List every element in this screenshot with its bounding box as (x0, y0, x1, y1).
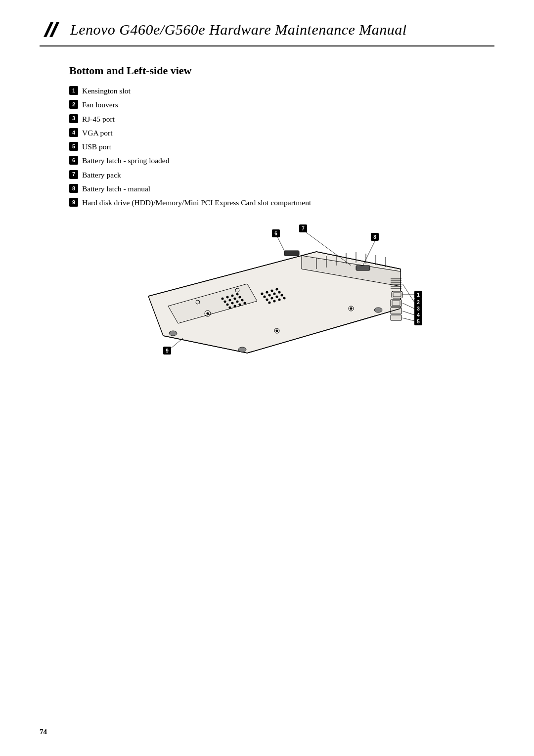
item-9-text: Hard disk drive (HDD)/Memory/Mini PCI Ex… (82, 197, 311, 208)
svg-point-33 (278, 291, 280, 293)
svg-text:4: 4 (417, 312, 420, 318)
svg-point-20 (236, 301, 238, 303)
badge-7: 7 (69, 170, 78, 179)
item-3-text: RJ-45 port (82, 113, 115, 125)
svg-point-31 (268, 294, 270, 296)
item-5-text: USB port (82, 141, 111, 152)
svg-point-12 (231, 295, 233, 297)
badge-6: 6 (69, 156, 78, 165)
svg-text:5: 5 (417, 319, 420, 324)
svg-point-37 (281, 294, 283, 296)
svg-point-16 (234, 298, 236, 300)
svg-point-29 (276, 288, 278, 290)
svg-point-38 (268, 302, 270, 304)
svg-point-18 (226, 304, 228, 306)
svg-point-21 (241, 299, 243, 301)
item-7-text: Battery pack (82, 169, 121, 180)
svg-point-25 (244, 302, 246, 304)
svg-line-83 (402, 311, 414, 315)
item-1-text: Kensington slot (82, 85, 131, 96)
lenovo-logo-icon (40, 20, 63, 40)
badge-8: 8 (69, 184, 78, 193)
item-4-text: VGA port (82, 127, 113, 138)
svg-text:2: 2 (417, 300, 420, 305)
svg-rect-61 (356, 266, 370, 270)
svg-point-32 (273, 293, 275, 295)
list-item: 1 Kensington slot (69, 85, 494, 96)
svg-text:3: 3 (417, 306, 420, 311)
svg-line-77 (402, 284, 414, 302)
svg-point-64 (238, 347, 246, 352)
svg-point-24 (239, 304, 241, 306)
list-item: 9 Hard disk drive (HDD)/Memory/Mini PCI … (69, 197, 494, 208)
svg-line-86 (402, 318, 414, 321)
svg-point-40 (278, 299, 280, 301)
badge-2: 2 (69, 100, 78, 109)
item-8-text: Battery latch - manual (82, 183, 150, 194)
svg-text:1: 1 (417, 292, 420, 298)
svg-point-11 (226, 296, 228, 298)
item-6-text: Battery latch - spring loaded (82, 155, 169, 166)
list-item: 3 RJ-45 port (69, 113, 494, 125)
svg-line-65 (277, 236, 284, 251)
svg-point-27 (266, 291, 268, 293)
list-item: 2 Fan louvers (69, 99, 494, 110)
page-number: 74 (40, 728, 47, 736)
svg-point-62 (169, 331, 177, 336)
svg-point-19 (231, 302, 233, 304)
svg-point-17 (239, 296, 241, 298)
badge-1: 1 (69, 86, 78, 95)
svg-point-43 (207, 312, 209, 314)
list-item: 4 VGA port (69, 127, 494, 138)
svg-text:7: 7 (302, 226, 305, 231)
badge-3: 3 (69, 114, 78, 123)
svg-point-23 (234, 305, 236, 307)
svg-point-14 (224, 301, 226, 303)
page-header: Lenovo G460e/G560e Hardware Maintenance … (40, 20, 494, 46)
svg-point-28 (271, 290, 273, 292)
svg-point-15 (229, 299, 231, 301)
svg-text:6: 6 (274, 231, 277, 236)
svg-point-22 (229, 307, 231, 309)
badge-5: 5 (69, 142, 78, 151)
svg-point-63 (374, 308, 382, 312)
svg-rect-59 (391, 315, 401, 320)
svg-point-39 (273, 300, 275, 302)
list-item: 7 Battery pack (69, 169, 494, 180)
svg-point-10 (222, 298, 223, 300)
svg-point-45 (276, 330, 278, 332)
svg-rect-60 (284, 251, 299, 256)
list-item: 8 Battery latch - manual (69, 183, 494, 194)
section-title: Bottom and Left-side view (69, 64, 494, 77)
svg-point-26 (261, 293, 263, 295)
badge-4: 4 (69, 128, 78, 137)
svg-point-34 (266, 299, 268, 301)
component-list: 1 Kensington slot 2 Fan louvers 3 RJ-45 … (69, 85, 494, 208)
svg-text:9: 9 (166, 348, 169, 354)
list-item: 6 Battery latch - spring loaded (69, 155, 494, 166)
item-2-text: Fan louvers (82, 99, 118, 110)
laptop-diagram: 6 7 8 1 2 3 4 5 9 (109, 222, 425, 365)
svg-point-36 (276, 296, 278, 298)
svg-point-47 (350, 308, 352, 310)
svg-line-80 (402, 303, 414, 309)
badge-9: 9 (69, 198, 78, 207)
header-title: Lenovo G460e/G560e Hardware Maintenance … (70, 21, 407, 38)
svg-point-35 (271, 297, 273, 299)
svg-point-30 (264, 296, 266, 298)
laptop-bottom-view-svg: 6 7 8 1 2 3 4 5 9 (109, 222, 425, 365)
svg-point-13 (236, 293, 238, 295)
svg-point-41 (283, 297, 285, 299)
list-item: 5 USB port (69, 141, 494, 152)
svg-line-71 (363, 239, 376, 266)
svg-text:8: 8 (373, 234, 376, 240)
